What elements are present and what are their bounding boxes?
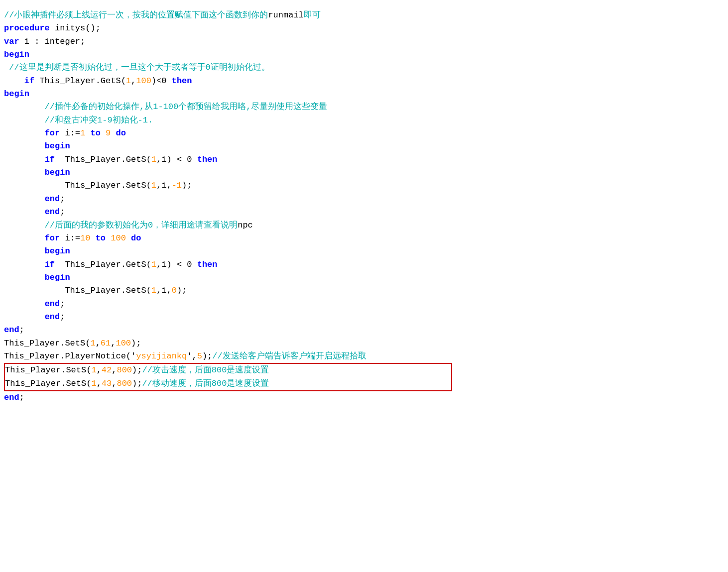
code-line-10: for i:=1 to 9 do [4,127,720,140]
code-line-20: if This_Player.GetS(1,i) < 0 then [4,258,720,271]
code-line-5: //这里是判断是否初始化过，一旦这个大于或者等于0证明初始化过。 [4,61,720,74]
code-line-21: begin [4,271,720,284]
keyword-then-3: then [197,258,218,271]
highlighted-section: This_Player.SetS(1,42,800);//攻击速度，后面800是… [4,363,452,391]
code-line-30: end; [4,391,720,404]
line-1-text: //小眼神插件必须上线运行一次，按我的位置赋值下面这个函数到你的runmail即… [4,9,321,22]
keyword-then-2: then [197,153,218,166]
code-editor: //小眼神插件必须上线运行一次，按我的位置赋值下面这个函数到你的runmail即… [0,5,728,408]
code-line-29: This_Player.SetS(1,43,800);//移动速度，后面800是… [5,377,451,390]
code-line-25: end; [4,324,720,337]
keyword-for-2: for [45,232,60,245]
code-line-9: //和盘古冲突1-9初始化-1. [4,114,720,127]
keyword-begin-4: begin [45,166,70,179]
code-line-27: This_Player.PlayerNotice('ysyijiankq',5)… [4,350,720,363]
code-line-28: This_Player.SetS(1,42,800);//攻击速度，后面800是… [5,364,451,377]
keyword-begin-1: begin [4,48,29,61]
code-line-1: //小眼神插件必须上线运行一次，按我的位置赋值下面这个函数到你的runmail即… [4,9,720,22]
keyword-begin-3: begin [45,140,70,153]
code-line-13: begin [4,166,720,179]
code-line-26: This_Player.SetS(1,61,100); [4,337,720,350]
code-line-6: if This_Player.GetS(1,100)<0 then [4,75,720,88]
keyword-if-1: if [24,75,34,88]
code-line-15: end; [4,193,720,206]
code-line-22: This_Player.SetS(1,i,0); [4,284,720,297]
code-line-17: //后面的我的参数初始化为0，详细用途请查看说明npc [4,219,720,232]
code-line-4: begin [4,48,720,61]
keyword-end-5: end [4,324,19,337]
keyword-end-2: end [45,206,60,219]
code-line-18: for i:=10 to 100 do [4,232,720,245]
code-line-3: var i : integer; [4,35,720,48]
keyword-end-3: end [45,298,60,311]
keyword-end-1: end [45,193,60,206]
line-8-text: //插件必备的初始化操作,从1-100个都预留给我用咯,尽量别使用这些变量 [4,101,327,114]
code-line-19: begin [4,245,720,258]
keyword-begin-5: begin [45,245,70,258]
keyword-begin-2: begin [4,88,29,101]
code-line-7: begin [4,88,720,101]
code-line-12: if This_Player.GetS(1,i) < 0 then [4,153,720,166]
code-line-8: //插件必备的初始化操作,从1-100个都预留给我用咯,尽量别使用这些变量 [4,101,720,114]
keyword-to-2: to [96,232,106,245]
keyword-procedure: procedure [4,22,50,35]
line-9-text: //和盘古冲突1-9初始化-1. [4,114,153,127]
keyword-do-2: do [131,232,141,245]
keyword-if-3: if [45,258,55,271]
keyword-for-1: for [45,127,60,140]
keyword-then-1: then [172,75,192,88]
keyword-end-final: end [4,391,19,404]
line-17-text: //后面的我的参数初始化为0，详细用途请查看说明npc [4,219,253,232]
code-line-23: end; [4,298,720,311]
keyword-if-2: if [45,153,55,166]
keyword-end-4: end [45,311,60,324]
code-line-11: begin [4,140,720,153]
code-line-24: end; [4,311,720,324]
code-line-16: end; [4,206,720,219]
keyword-do-1: do [116,127,125,140]
keyword-to-1: to [90,127,100,140]
keyword-var: var [4,35,19,48]
line-5-text: //这里是判断是否初始化过，一旦这个大于或者等于0证明初始化过。 [4,61,270,74]
code-line-14: This_Player.SetS(1,i,-1); [4,179,720,192]
code-line-2: procedure initys(); [4,22,720,35]
keyword-begin-6: begin [45,271,70,284]
